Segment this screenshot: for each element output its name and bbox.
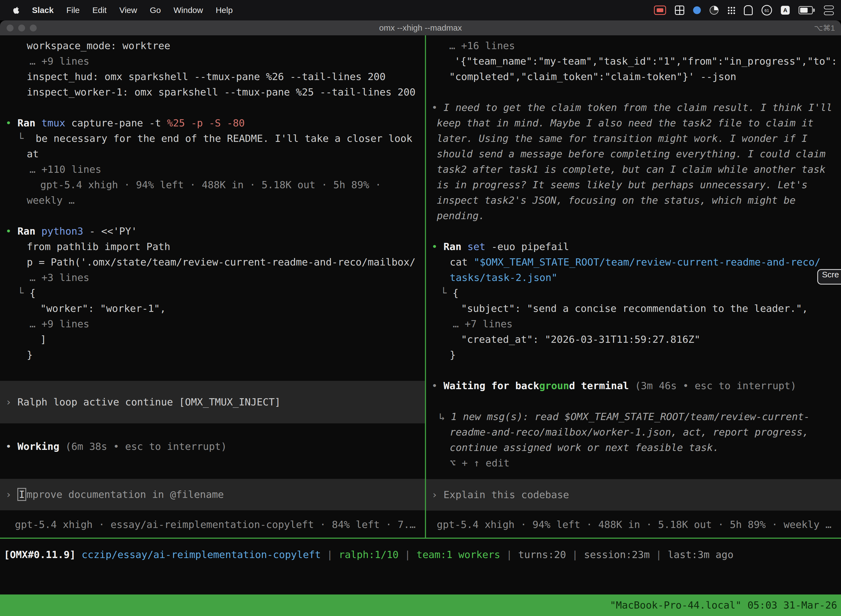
terminal-line: task2 after task1 is complete, but can I… [426, 162, 841, 177]
text-segment: | [399, 549, 417, 560]
text-segment: weekly … [27, 195, 75, 206]
terminal-line [426, 224, 841, 239]
text-segment: inspect_worker-1: omx sparkshell --tmux-… [27, 87, 416, 98]
text-segment: • [432, 102, 443, 113]
terminal-line: ⌥ + ↑ edit [426, 455, 841, 471]
text-segment: { [29, 287, 35, 299]
text-segment: task2 after task1 is complete, but can I… [437, 164, 826, 175]
control-center-icon[interactable] [824, 6, 834, 15]
text-segment: %25 -p -S -80 [167, 117, 245, 129]
text-segment: p = Path('.omx/state/team/review-current… [27, 257, 416, 268]
text-segment: I [18, 488, 26, 501]
text-segment: (6m 38s • esc to interrupt) [65, 441, 227, 452]
menu-item-window[interactable]: Window [174, 6, 203, 15]
text-segment: tmux [41, 117, 71, 129]
text-segment: gpt-5.4 xhigh · 94% left · 488K in · 5.1… [40, 179, 381, 191]
text-segment: from pathlib import Path [27, 241, 170, 252]
text-segment: • [432, 380, 443, 392]
menu-item-edit[interactable]: Edit [92, 6, 107, 15]
text-segment: … +9 lines [29, 318, 89, 330]
terminal-line [0, 454, 425, 470]
tmux-pane-right[interactable]: … +16 lines'{"team_name":"my-team","task… [426, 35, 841, 538]
text-segment: "$OMX_TEAM_STATE_ROOT/team/review-curren… [474, 257, 820, 268]
window-title-bar[interactable]: omx --xhigh --madmax ⌥⌘1 [0, 21, 841, 35]
terminal-line: workspace_mode: worktree [0, 38, 425, 54]
text-segment: Ralph loop active continue [OMX_TMUX_INJ… [18, 396, 281, 408]
text-segment: [OMX#0.11.9] [4, 549, 76, 560]
zoom-button[interactable] [30, 25, 37, 31]
terminal-window: omx --xhigh --madmax ⌥⌘1 workspace_mode:… [0, 21, 841, 616]
text-segment: Ran [18, 117, 41, 129]
terminal-line: '{"team_name":"my-team","task_id":"1","f… [426, 54, 841, 69]
text-segment: Explain this codebase [443, 489, 569, 500]
text-segment: └ [18, 133, 35, 144]
text-segment: I need to get the claim token from the c… [443, 102, 832, 113]
close-button[interactable] [7, 25, 13, 31]
omx-status-line: [OMX#0.11.9] cczip/essay/ai-reimplementa… [0, 539, 841, 562]
menu-bar: SlackFileEditViewGoWindowHelp 61 A [0, 0, 841, 21]
terminal-line: tasks/task-2.json" [426, 270, 841, 285]
terminal-line: … +7 lines [426, 316, 841, 332]
text-segment: capture-pane -t [71, 117, 167, 129]
text-segment: › [6, 396, 18, 408]
cpu-gauge-icon[interactable]: 61 [762, 5, 772, 15]
text-segment: should send a message before completing … [437, 148, 826, 160]
text-segment: { [453, 287, 459, 299]
text-segment: | [566, 549, 584, 560]
tmux-pane-left[interactable]: workspace_mode: worktree… +9 linesinspec… [0, 35, 425, 538]
window-grid-icon[interactable] [675, 6, 684, 15]
prompt-suggestion-line[interactable]: › Explain this codebase [426, 479, 841, 510]
text-segment: is in progress? It seems likely but perh… [437, 179, 807, 191]
text-segment: Ran [18, 226, 41, 237]
terminal-line [426, 363, 841, 378]
text-segment: cczip/essay/ai-reimplementation-copyleft [82, 549, 321, 560]
ghost-app-icon[interactable] [744, 5, 753, 15]
tmux-status-bar: [omx-cczip0:bash* "MacBook-Pro-44.local"… [0, 594, 841, 616]
text-segment: ⌥ + ↑ edit [450, 457, 510, 469]
apps-grid-icon[interactable] [727, 6, 735, 14]
terminal-line: • I need to get the claim token from the… [426, 100, 841, 115]
pane-right-content: … +16 lines'{"team_name":"my-team","task… [426, 38, 841, 510]
screen-recording-icon[interactable] [654, 6, 666, 15]
menu-item-file[interactable]: File [66, 6, 79, 15]
terminal-line: "created_at": "2026-03-31T11:59:27.816Z" [426, 332, 841, 347]
menu-item-go[interactable]: Go [150, 6, 161, 15]
prompt-suggestion-line[interactable]: › Improve documentation in @filename [0, 479, 425, 510]
input-source-icon[interactable]: A [781, 6, 790, 15]
dark-app-icon[interactable] [710, 6, 718, 15]
text-segment: -euo pipefail [491, 241, 569, 252]
text-segment: inspect_hud: omx sparkshell --tmux-pane … [27, 71, 385, 82]
menu-item-help[interactable]: Help [216, 6, 233, 15]
text-segment: ralph:1/10 [339, 549, 399, 560]
text-segment: • [6, 441, 18, 452]
terminal-line: ↳ 1 new msg(s): read $OMX_TEAM_STATE_ROO… [426, 409, 841, 424]
blue-app-icon[interactable] [693, 6, 701, 14]
text-segment: readme-and-reco/mailbox/worker-1.json, a… [450, 427, 809, 438]
text-segment: mprove documentation in @filename [26, 489, 224, 500]
terminal-line [0, 363, 425, 378]
terminal-line: cat "$OMX_TEAM_STATE_ROOT/team/review-cu… [426, 254, 841, 270]
text-segment: cat [450, 257, 474, 268]
terminal-line: └ { [0, 285, 425, 301]
text-segment: | [650, 549, 668, 560]
menu-item-view[interactable]: View [119, 6, 137, 15]
prompt-suggestion-line[interactable]: › Ralph loop active continue [OMX_TMUX_I… [0, 381, 425, 423]
apple-menu-icon[interactable] [13, 6, 20, 14]
text-segment: Waiting for back [443, 380, 539, 392]
screen-share-tooltip: Scre [817, 269, 841, 285]
terminal-line: from pathlib import Path [0, 239, 425, 254]
terminal-line: • Ran set -euo pipefail [426, 239, 841, 254]
terminal-line: • Waiting for background terminal (3m 46… [426, 378, 841, 393]
minimize-button[interactable] [18, 25, 25, 31]
menu-item-slack[interactable]: Slack [32, 6, 54, 15]
terminal-line: readme-and-reco/mailbox/worker-1.json, a… [426, 424, 841, 440]
text-segment: python3 [41, 226, 89, 237]
terminal-line: • Ran tmux capture-pane -t %25 -p -S -80 [0, 115, 425, 131]
menu-items: SlackFileEditViewGoWindowHelp [32, 6, 245, 15]
battery-icon[interactable] [799, 6, 813, 14]
window-title: omx --xhigh --madmax [379, 23, 462, 32]
terminal-line [0, 423, 425, 439]
terminal-line [0, 208, 425, 224]
terminal-area: workspace_mode: worktree… +9 linesinspec… [0, 35, 841, 594]
text-segment: '{"team_name":"my-team","task_id":"1","f… [454, 56, 837, 67]
